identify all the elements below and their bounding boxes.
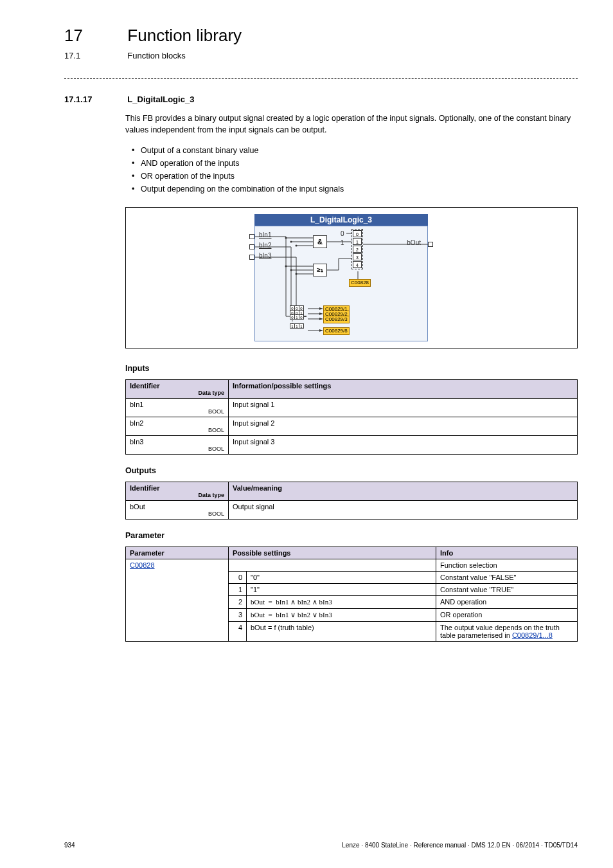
section-header: 17.1.17 L_DigitalLogic_3 <box>64 95 578 104</box>
link-c00829[interactable]: C00829/1...8 <box>512 631 553 639</box>
table-row: bIn2BOOL Input signal 2 <box>126 417 578 435</box>
svg-marker-32 <box>319 307 323 310</box>
cell-setting: bOut = bIn1 ∨ bIn2 ∨ bIn3 <box>247 608 436 621</box>
cell-dt: BOOL <box>130 427 224 433</box>
svg-point-15 <box>285 265 287 267</box>
inputs-table: Identifier Data type Information/possibl… <box>125 379 578 455</box>
section-number: 17.1.17 <box>64 95 125 104</box>
svg-point-17 <box>296 273 298 275</box>
page-number: 934 <box>64 842 75 849</box>
chapter-title: Function library <box>127 26 242 46</box>
cell-num: 0 <box>229 571 247 583</box>
parameter-heading: Parameter <box>125 531 578 540</box>
cell-empty <box>229 559 436 571</box>
fb-title: L_DigitalLogic_3 <box>254 214 428 226</box>
th-parameter: Parameter <box>126 547 229 559</box>
outputs-table: Identifier Data type Value/meaning bOutB… <box>125 482 578 520</box>
cell-num: 3 <box>229 608 247 621</box>
svg-marker-34 <box>319 318 323 320</box>
divider <box>64 78 578 79</box>
cell-setting: "0" <box>247 571 436 583</box>
port-bin2 <box>249 244 254 249</box>
cell-info: The output value depends on the truth ta… <box>436 621 578 641</box>
th-datatype-label: Data type <box>130 390 224 396</box>
list-item: AND operation of the inputs <box>141 157 578 170</box>
cell-num: 1 <box>229 583 247 595</box>
fb-body: bIn1 bIn2 bIn3 bOut & ≥₁ 0 1 0 1 <box>254 226 428 341</box>
svg-point-16 <box>290 269 292 271</box>
cell-id: bIn3 <box>130 438 143 446</box>
cell-id: bIn2 <box>130 419 143 427</box>
port-bin3 <box>249 255 254 260</box>
cell-var: bOut <box>251 611 265 619</box>
list-item: OR operation of the inputs <box>141 170 578 183</box>
function-block-diagram: L_DigitalLogic_3 bIn1 bIn2 bIn3 bOut & ≥… <box>125 207 578 348</box>
th-info: Information/possible settings <box>229 379 578 398</box>
cell-dt: BOOL <box>130 408 224 415</box>
svg-point-14 <box>296 244 298 246</box>
cell-dt: BOOL <box>130 511 224 517</box>
port-bin1 <box>249 234 254 239</box>
cell-expr: bIn1 ∧ bIn2 ∧ bIn3 <box>276 598 332 606</box>
parameter-table: Parameter Possible settings Info C00828 … <box>125 547 578 642</box>
table-row: bIn3BOOL Input signal 3 <box>126 435 578 454</box>
cell-info: AND operation <box>436 595 578 608</box>
th-possible-settings: Possible settings <box>229 547 436 559</box>
doc-info: Lenze · 8400 StateLine · Reference manua… <box>342 842 578 849</box>
subsection-title: Function blocks <box>127 51 185 60</box>
section-title: L_DigitalLogic_3 <box>127 95 194 104</box>
port-bout <box>428 242 433 247</box>
th-identifier-label: Identifier <box>130 484 159 492</box>
chapter-number: 17 <box>64 26 125 46</box>
table-row: bIn1BOOL Input signal 1 <box>126 398 578 417</box>
cell-info: Constant value "FALSE" <box>436 571 578 583</box>
feature-list: Output of a constant binary value AND op… <box>125 144 578 195</box>
svg-point-12 <box>285 237 287 239</box>
param-c00828: C00828 <box>349 279 371 287</box>
cell-info: OR operation <box>436 608 578 621</box>
cell-setting: "1" <box>247 583 436 595</box>
th-identifier-label: Identifier <box>130 382 159 390</box>
cell-setting: bOut = bIn1 ∧ bIn2 ∧ bIn3 <box>247 595 436 608</box>
page-footer: 934 Lenze · 8400 StateLine · Reference m… <box>64 842 578 849</box>
link-c00828[interactable]: C00828 <box>130 561 155 569</box>
table-row: bOutBOOL Output signal <box>126 500 578 519</box>
cell-info: Output signal <box>229 500 578 519</box>
cell-info: Input signal 1 <box>229 398 578 417</box>
th-identifier: Identifier Data type <box>126 482 229 500</box>
subsection-number: 17.1 <box>64 51 125 60</box>
list-item: Output of a constant binary value <box>141 144 578 157</box>
cell-setting: bOut = f (truth table) <box>247 621 436 641</box>
list-item: Output depending on the combination of t… <box>141 183 578 195</box>
svg-point-13 <box>290 240 292 242</box>
svg-marker-35 <box>319 329 323 332</box>
cell-num: 2 <box>229 595 247 608</box>
cell-info: Function selection <box>436 559 578 571</box>
th-identifier: Identifier Data type <box>126 379 229 398</box>
cell-num: 4 <box>229 621 247 641</box>
cell-info: Input signal 2 <box>229 417 578 435</box>
cell-info: Constant value "TRUE" <box>436 583 578 595</box>
cell-expr: bIn1 ∨ bIn2 ∨ bIn3 <box>276 611 332 619</box>
cell-id: bOut <box>130 503 145 511</box>
intro-paragraph: This FB provides a binary output signal … <box>125 113 578 136</box>
th-datatype-label: Data type <box>130 492 224 498</box>
param-c00829-3: C00829/3 <box>323 316 350 323</box>
th-info: Info <box>436 547 578 559</box>
param-c00829-8: C00829/8 <box>323 327 350 335</box>
page-header: 17 Function library 17.1 Function blocks <box>64 26 578 60</box>
inputs-heading: Inputs <box>125 364 578 373</box>
truth-table-icon: 000 001 010 ⋮ 111 <box>290 306 304 329</box>
cell-dt: BOOL <box>130 446 224 452</box>
svg-marker-33 <box>319 312 323 315</box>
cell-info: Input signal 3 <box>229 435 578 454</box>
th-info: Value/meaning <box>229 482 578 500</box>
cell-id: bIn1 <box>130 401 143 408</box>
table-row: C00828 Function selection <box>126 559 578 571</box>
cell-var: bOut <box>251 598 265 606</box>
wiring <box>255 226 429 342</box>
outputs-heading: Outputs <box>125 466 578 475</box>
